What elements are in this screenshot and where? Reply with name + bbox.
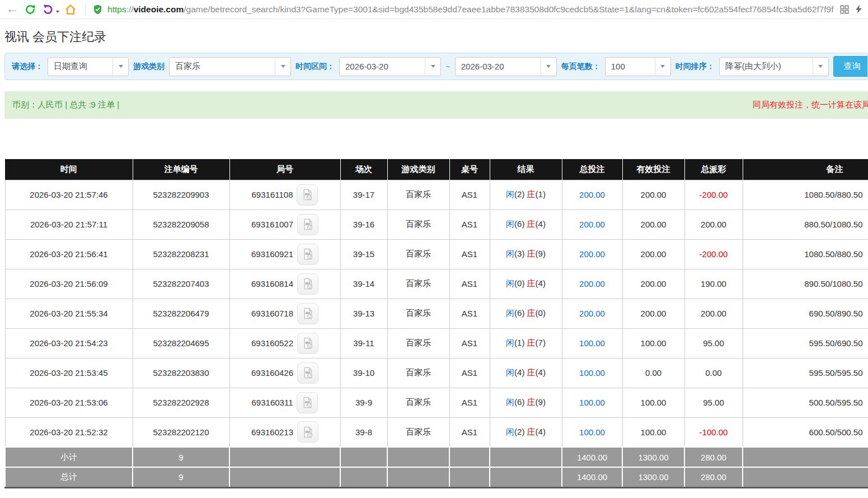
total-empty <box>490 467 562 487</box>
video-replay-button[interactable] <box>297 362 318 384</box>
result-player: 闲 <box>506 308 514 318</box>
video-replay-button[interactable] <box>297 273 318 295</box>
page-size-value: 100 <box>606 58 655 76</box>
video-replay-button[interactable] <box>297 421 318 443</box>
page-size-select[interactable]: 100 <box>605 57 671 76</box>
cell-game-type: 百家乐 <box>387 210 449 239</box>
game-type-caret <box>275 58 290 76</box>
toolbar-separator <box>85 3 86 16</box>
table-row: 2026-03-20 21:53:45 523282203830 6931604… <box>5 358 868 388</box>
cell-round-id: 693160814 <box>229 269 340 299</box>
game-type-select[interactable]: 百家乐 <box>169 57 291 76</box>
result-banker-points: (1) <box>536 189 546 199</box>
video-file-icon <box>301 188 314 201</box>
qr-code-icon[interactable] <box>839 4 850 15</box>
result-player-points: (2) <box>514 427 524 436</box>
cell-payout: 95.00 <box>684 388 743 417</box>
lightning-icon[interactable] <box>854 4 864 15</box>
cell-time: 2026-03-20 21:57:11 <box>5 210 133 239</box>
cell-round-id: 693160213 <box>229 417 340 447</box>
back-icon[interactable]: ← <box>4 2 20 17</box>
total-empty <box>449 467 490 487</box>
table-header: 时间 注单编号 局号 场次 游戏类别 桌号 结果 总投注 有效投注 总派彩 备注 <box>5 159 868 180</box>
cell-session: 39-11 <box>340 328 387 358</box>
video-replay-button[interactable] <box>297 333 318 354</box>
cell-valid-bet: 100.00 <box>622 328 684 358</box>
address-bar[interactable]: https://videoie.com/game/betrecord_searc… <box>92 4 834 15</box>
home-icon[interactable] <box>63 2 78 17</box>
result-player: 闲 <box>506 219 514 229</box>
cell-remark: 890.50/1080.50 <box>743 269 868 299</box>
table-row: 2026-03-20 21:55:34 523282206479 6931607… <box>5 299 868 328</box>
result-player-points: (4) <box>514 367 524 377</box>
undo-icon[interactable] <box>40 2 56 17</box>
cell-table-no: AS1 <box>449 299 490 328</box>
refresh-icon[interactable] <box>22 2 38 17</box>
url-separator: :// <box>126 4 134 14</box>
cell-payout: 0.00 <box>684 358 743 388</box>
subtotal-total-bet: 1400.00 <box>562 447 622 467</box>
result-banker-points: (4) <box>536 278 546 288</box>
table-row: 2026-03-20 21:56:09 523282207403 6931608… <box>5 269 868 299</box>
cell-bet-id: 523282206479 <box>133 299 229 328</box>
query-type-select[interactable]: 日期查询 <box>48 57 129 76</box>
cell-total-bet: 200.00 <box>562 239 622 269</box>
video-replay-button[interactable] <box>297 303 318 324</box>
result-player: 闲 <box>506 249 514 258</box>
result-banker: 庄 <box>527 278 536 288</box>
video-replay-button[interactable] <box>297 184 318 206</box>
video-replay-button[interactable] <box>297 392 318 413</box>
subtotal-empty <box>387 447 449 467</box>
table-body: 2026-03-20 21:57:46 523282209903 6931611… <box>5 180 868 447</box>
cell-result: 闲(4) 庄(4) <box>490 358 562 388</box>
cell-remark: 600.50/500.50 <box>743 417 868 447</box>
video-replay-button[interactable] <box>297 214 318 235</box>
cell-time: 2026-03-20 21:53:06 <box>5 388 133 417</box>
valid-bet-notice: 同局有效投注，统一计算在该局 <box>753 100 868 110</box>
bet-records-table: 时间 注单编号 局号 场次 游戏类别 桌号 结果 总投注 有效投注 总派彩 备注… <box>4 159 868 488</box>
result-banker: 庄 <box>527 308 536 318</box>
round-id-text: 693160921 <box>251 249 293 259</box>
cell-result: 闲(6) 庄(4) <box>490 210 562 239</box>
table-row: 2026-03-20 21:56:41 523282208231 6931609… <box>5 239 868 269</box>
result-player-points: (6) <box>514 397 524 407</box>
result-banker-points: (4) <box>536 367 546 377</box>
header-game-type: 游戏类别 <box>387 159 449 180</box>
cell-session: 39-9 <box>340 388 387 417</box>
date-to-select[interactable]: 2026-03-20 <box>455 57 557 76</box>
table-row: 2026-03-20 21:57:11 523282209058 6931610… <box>5 210 868 239</box>
round-id-text: 693160814 <box>251 279 293 288</box>
game-type-label: 游戏类别 <box>133 62 165 72</box>
cell-table-no: AS1 <box>449 269 490 299</box>
header-table-no: 桌号 <box>449 159 490 180</box>
total-empty <box>229 467 340 487</box>
header-row: 时间 注单编号 局号 场次 游戏类别 桌号 结果 总投注 有效投注 总派彩 备注 <box>5 159 868 180</box>
search-button[interactable]: 查询 <box>833 56 868 77</box>
summary-bar: 币别：人民币 | 总共 :9 注单 | 同局有效投注，统一计算在该局 <box>4 91 868 119</box>
video-file-icon <box>302 426 315 439</box>
cell-session: 39-15 <box>340 239 387 269</box>
undo-menu-caret[interactable] <box>56 11 59 13</box>
filter-bar: 请选择： 日期查询 游戏类别 百家乐 时间区间： 2026-03-20 ~ 20… <box>4 53 868 80</box>
toolbar-right-icons <box>836 4 864 15</box>
time-range-label: 时间区间： <box>295 62 335 72</box>
cell-remark: 1080.50/880.50 <box>743 239 868 269</box>
video-file-icon <box>302 337 315 350</box>
cell-result: 闲(6) 庄(0) <box>490 299 562 328</box>
chevron-down-icon <box>119 65 123 68</box>
cell-game-type: 百家乐 <box>387 328 449 358</box>
total-total-bet: 1400.00 <box>562 467 622 487</box>
header-result: 结果 <box>490 159 562 180</box>
cell-table-no: AS1 <box>449 417 490 447</box>
currency-total-text: 币别：人民币 | 总共 :9 注单 | <box>12 100 119 110</box>
round-id-text: 693160522 <box>251 338 293 348</box>
cell-remark: 880.50/1080.50 <box>743 210 868 239</box>
video-file-icon <box>302 277 315 290</box>
cell-time: 2026-03-20 21:55:34 <box>5 299 133 328</box>
table-row: 2026-03-20 21:52:32 523282202120 6931602… <box>5 417 868 447</box>
select-type-label: 请选择： <box>12 62 43 72</box>
date-from-select[interactable]: 2026-03-20 <box>339 57 441 76</box>
sort-select[interactable]: 降幂(由大到小) <box>719 57 829 76</box>
date-range-tilde: ~ <box>445 62 451 71</box>
video-replay-button[interactable] <box>297 244 318 265</box>
